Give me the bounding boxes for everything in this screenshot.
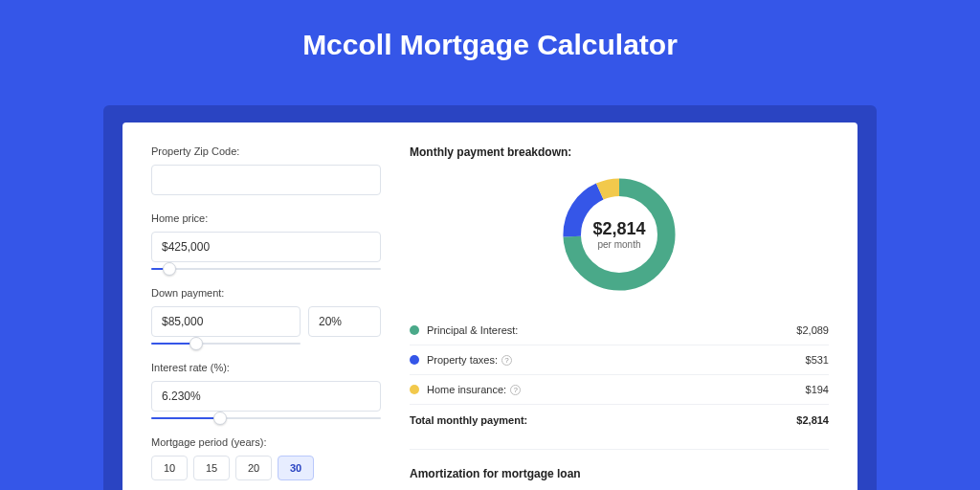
period-option-20[interactable]: 20 bbox=[235, 456, 272, 480]
legend-value-principal: $2,089 bbox=[796, 324, 829, 336]
home-price-slider-thumb[interactable] bbox=[163, 262, 176, 276]
down-payment-field: Down payment: bbox=[151, 287, 381, 345]
zip-input[interactable] bbox=[151, 165, 381, 195]
period-options: 10 15 20 30 bbox=[151, 456, 381, 480]
legend-row-principal: Principal & Interest: $2,089 bbox=[410, 316, 829, 345]
donut-chart-wrap: $2,814 per month bbox=[410, 172, 829, 297]
interest-slider-thumb[interactable] bbox=[213, 412, 227, 425]
total-label: Total monthly payment: bbox=[410, 414, 796, 426]
legend-label-insurance-text: Home insurance: bbox=[427, 384, 506, 395]
down-payment-slider[interactable] bbox=[151, 343, 301, 345]
form-column: Property Zip Code: Home price: Down paym… bbox=[151, 145, 381, 490]
calculator-panel: Property Zip Code: Home price: Down paym… bbox=[122, 122, 858, 490]
help-icon[interactable]: ? bbox=[501, 355, 512, 366]
total-row: Total monthly payment: $2,814 bbox=[410, 405, 829, 426]
page-title: Mccoll Mortgage Calculator bbox=[0, 0, 980, 86]
interest-field: Interest rate (%): bbox=[151, 362, 381, 419]
interest-input[interactable] bbox=[151, 381, 381, 412]
interest-slider-fill bbox=[151, 417, 220, 419]
donut-center: $2,814 per month bbox=[557, 172, 681, 297]
zip-field: Property Zip Code: bbox=[151, 145, 381, 195]
legend-row-taxes: Property taxes: ? $531 bbox=[410, 345, 829, 375]
legend-label-taxes: Property taxes: ? bbox=[427, 354, 806, 366]
home-price-field: Home price: bbox=[151, 212, 381, 270]
zip-label: Property Zip Code: bbox=[151, 145, 381, 157]
home-price-label: Home price: bbox=[151, 212, 381, 224]
down-payment-slider-thumb[interactable] bbox=[189, 337, 203, 350]
legend-value-taxes: $531 bbox=[806, 354, 829, 366]
donut-chart: $2,814 per month bbox=[557, 172, 681, 297]
help-icon[interactable]: ? bbox=[510, 385, 521, 395]
legend-dot-insurance bbox=[410, 385, 419, 394]
period-option-30[interactable]: 30 bbox=[278, 456, 314, 480]
legend-dot-taxes bbox=[410, 355, 419, 365]
legend-label-insurance: Home insurance: ? bbox=[427, 384, 806, 395]
legend-label-principal-text: Principal & Interest: bbox=[427, 324, 518, 336]
home-price-input[interactable] bbox=[151, 232, 381, 262]
breakdown-title: Monthly payment breakdown: bbox=[410, 145, 829, 159]
period-option-15[interactable]: 15 bbox=[193, 456, 230, 480]
amortization-section: Amortization for mortgage loan Amortizat… bbox=[410, 449, 829, 490]
period-option-10[interactable]: 10 bbox=[151, 456, 188, 480]
legend-label-taxes-text: Property taxes: bbox=[427, 354, 498, 366]
home-price-slider[interactable] bbox=[151, 268, 381, 270]
interest-slider[interactable] bbox=[151, 417, 381, 419]
period-label: Mortgage period (years): bbox=[151, 436, 381, 448]
legend-label-principal: Principal & Interest: bbox=[427, 324, 796, 336]
breakdown-column: Monthly payment breakdown: $2,814 per mo… bbox=[410, 145, 829, 490]
down-payment-label: Down payment: bbox=[151, 287, 381, 299]
donut-center-amount: $2,814 bbox=[592, 219, 645, 239]
period-field: Mortgage period (years): 10 15 20 30 bbox=[151, 436, 381, 480]
down-payment-percent-input[interactable] bbox=[308, 306, 381, 337]
legend-dot-principal bbox=[410, 325, 419, 335]
donut-center-sub: per month bbox=[597, 239, 640, 250]
total-value: $2,814 bbox=[796, 414, 829, 426]
amortization-title: Amortization for mortgage loan bbox=[410, 467, 829, 480]
legend-row-insurance: Home insurance: ? $194 bbox=[410, 375, 829, 405]
legend-value-insurance: $194 bbox=[806, 384, 829, 395]
interest-label: Interest rate (%): bbox=[151, 362, 381, 373]
down-payment-amount-input[interactable] bbox=[151, 306, 301, 337]
